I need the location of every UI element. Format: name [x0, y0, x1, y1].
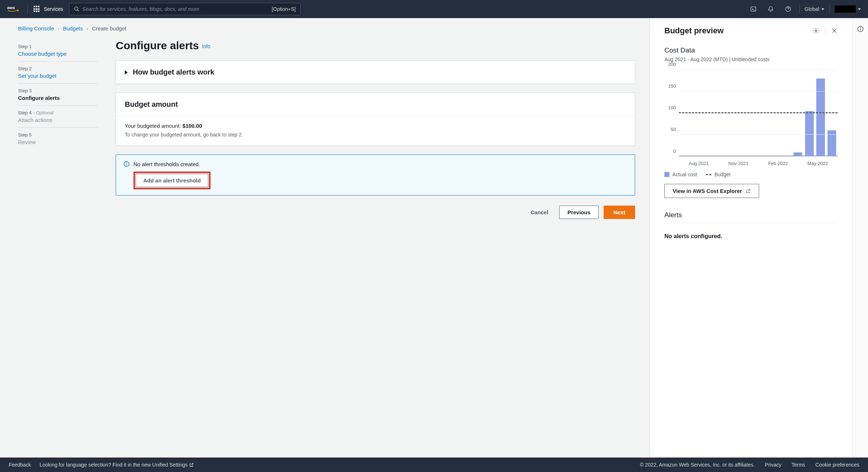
nav-divider: [27, 5, 28, 13]
search-input[interactable]: [80, 6, 272, 12]
nav-divider: [829, 5, 830, 13]
notifications-icon[interactable]: [765, 3, 777, 15]
cancel-button[interactable]: Cancel: [525, 206, 554, 219]
expandable-title: How budget alerts work: [133, 68, 214, 76]
step-link-choose-type[interactable]: Choose budget type: [18, 51, 98, 57]
bar-slot: [747, 70, 758, 156]
alert-message: No alert thresholds created.: [133, 161, 200, 167]
chevron-right-icon: ›: [58, 25, 59, 31]
step-current-configure-alerts: Configure alerts: [18, 95, 98, 101]
breadcrumb-budgets[interactable]: Budgets: [63, 25, 83, 31]
info-link[interactable]: Info: [202, 43, 210, 49]
budget-preview-panel: || Budget preview Cost Data Aug 2021 - A…: [650, 18, 852, 458]
help-icon[interactable]: [782, 3, 794, 15]
gridline: [679, 134, 838, 135]
chart-bars: [679, 70, 838, 156]
x-tick: Aug 2021: [679, 159, 719, 167]
grid-icon: [34, 6, 40, 12]
breadcrumb: Billing Console › Budgets › Create budge…: [18, 25, 635, 31]
bar-slot: [679, 70, 690, 156]
step-label: Step 1: [18, 44, 98, 49]
budget-line: [679, 112, 838, 113]
caret-down-icon: [858, 8, 861, 10]
info-panel-toggle[interactable]: [852, 18, 868, 458]
budget-amount-title: Budget amount: [125, 100, 626, 109]
view-cost-explorer-button[interactable]: View in AWS Cost Explorer: [664, 184, 759, 198]
step-disabled-review: Review: [18, 139, 98, 145]
gridline: [679, 91, 838, 92]
aws-logo[interactable]: aws: [7, 5, 22, 13]
highlight-box: Add an alert threshold: [133, 172, 210, 189]
nav-divider: [799, 5, 800, 13]
bar: [816, 79, 825, 156]
top-nav: aws Services [Option+S] Global: [0, 0, 868, 18]
step-label: Step 4 - Optional: [18, 110, 98, 115]
gridline: [679, 69, 838, 70]
step-4: Step 4 - Optional Attach actions: [18, 106, 98, 128]
copyright: © 2022, Amazon Web Services, Inc. or its…: [640, 462, 754, 468]
gear-icon[interactable]: [813, 28, 819, 34]
account-menu[interactable]: [835, 5, 861, 13]
legend-actual: Actual cost: [664, 172, 697, 177]
expandable-how-alerts-work[interactable]: How budget alerts work: [116, 60, 635, 84]
terms-link[interactable]: Terms: [791, 462, 805, 468]
close-icon[interactable]: [831, 28, 838, 34]
y-tick: 100: [668, 105, 676, 110]
no-thresholds-alert: No alert thresholds created. Add an aler…: [116, 155, 635, 195]
budget-line: Your budgeted amount: $100.00: [125, 123, 626, 129]
svg-point-1: [75, 7, 78, 10]
chart-y-axis: 050100150200: [664, 69, 678, 156]
privacy-link[interactable]: Privacy: [765, 462, 782, 468]
triangle-right-icon: [125, 70, 128, 75]
bar-slot: [826, 70, 838, 156]
legend-square-icon: [664, 172, 669, 177]
info-icon: [857, 25, 864, 33]
breadcrumb-billing[interactable]: Billing Console: [18, 25, 54, 31]
left-panel: Billing Console › Budgets › Create budge…: [0, 18, 650, 458]
unified-settings-link[interactable]: Unified Settings: [152, 462, 194, 468]
cost-data-heading: Cost Data: [664, 46, 838, 54]
nav-right: Global: [747, 3, 861, 15]
separator: [825, 27, 825, 34]
svg-point-8: [815, 30, 817, 32]
alerts-heading: Alerts: [664, 211, 838, 219]
services-menu[interactable]: Services: [34, 6, 63, 12]
bar-slot: [804, 70, 815, 156]
feedback-link[interactable]: Feedback: [9, 462, 31, 468]
previous-button[interactable]: Previous: [559, 206, 599, 219]
no-alerts-message: No alerts configured.: [664, 233, 838, 240]
bar-slot: [770, 70, 781, 156]
step-link-set-budget[interactable]: Set your budget: [18, 73, 98, 79]
search-bar[interactable]: [Option+S]: [69, 3, 301, 15]
add-alert-threshold-button[interactable]: Add an alert threshold: [136, 174, 208, 187]
y-tick: 0: [673, 148, 676, 154]
step-2: Step 2 Set your budget: [18, 62, 98, 84]
services-label: Services: [44, 6, 63, 12]
next-button[interactable]: Next: [604, 206, 635, 219]
preview-header: Budget preview: [664, 26, 838, 35]
page-title: Configure alerts Info: [116, 39, 635, 52]
cookie-preferences-link[interactable]: Cookie preferences: [816, 462, 859, 468]
external-link-icon: [746, 189, 751, 194]
region-selector[interactable]: Global: [805, 6, 824, 12]
svg-rect-3: [751, 7, 756, 11]
bar-slot: [702, 70, 713, 156]
step-3: Step 3 Configure alerts: [18, 84, 98, 106]
footer: Feedback Looking for language selection?…: [0, 458, 868, 472]
wizard-content: Configure alerts Info How budget alerts …: [116, 39, 635, 219]
y-tick: 150: [668, 83, 676, 89]
wizard-buttons: Cancel Previous Next: [116, 206, 635, 219]
svg-point-7: [127, 163, 127, 163]
budget-amount-value: $100.00: [183, 123, 202, 129]
region-label: Global: [805, 6, 819, 12]
step-1: Step 1 Choose budget type: [18, 39, 98, 62]
wizard-layout: Step 1 Choose budget type Step 2 Set you…: [18, 39, 635, 219]
budget-note: To change your budgeted amount, go back …: [125, 132, 626, 138]
search-icon: [74, 6, 80, 12]
info-icon: [123, 161, 130, 167]
bar-slot: [815, 70, 826, 156]
legend-budget: Budget: [706, 172, 730, 177]
wizard-steps: Step 1 Choose budget type Step 2 Set you…: [18, 39, 98, 149]
cloudshell-icon[interactable]: [747, 3, 760, 15]
chart-legend: Actual cost Budget: [664, 172, 838, 177]
